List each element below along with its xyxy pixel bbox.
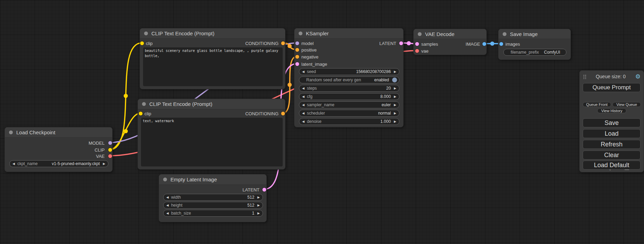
- increment-arrow-icon[interactable]: ▶: [394, 103, 396, 107]
- widget-name: ckpt_name: [17, 161, 38, 166]
- node-title-bar[interactable]: Save Image: [499, 29, 571, 39]
- node-title-bar[interactable]: Load Checkpoint: [5, 127, 112, 138]
- input-label-latent-image: latent_image: [301, 62, 327, 67]
- decrement-arrow-icon[interactable]: ◀: [302, 70, 305, 73]
- collapse-dot-icon[interactable]: [144, 31, 148, 35]
- decrement-arrow-icon[interactable]: ◀: [302, 95, 305, 98]
- decrement-arrow-icon[interactable]: ◀: [302, 103, 305, 107]
- node-clip-text-encode-positive[interactable]: CLIP Text Encode (Prompt) clip CONDITION…: [140, 28, 285, 89]
- node-title-bar[interactable]: CLIP Text Encode (Prompt): [138, 99, 285, 109]
- decrement-arrow-icon[interactable]: ◀: [12, 162, 15, 165]
- decrement-arrow-icon[interactable]: ◀: [166, 212, 169, 215]
- load-default-button[interactable]: Load Default: [583, 161, 641, 170]
- input-port-latent-image[interactable]: [295, 62, 299, 66]
- decrement-arrow-icon[interactable]: ◀: [302, 120, 305, 123]
- increment-arrow-icon[interactable]: ▶: [394, 70, 396, 73]
- node-title-bar[interactable]: CLIP Text Encode (Prompt): [140, 28, 285, 39]
- node-empty-latent-image[interactable]: Empty Latent Image LATENT ◀ width 512 ▶ …: [159, 174, 267, 222]
- widget-value: normal: [378, 111, 391, 116]
- prompt-textarea[interactable]: beautiful scenery nature glass bottle la…: [143, 47, 283, 86]
- input-port-images[interactable]: [500, 42, 503, 46]
- widget-name: filename_prefix: [511, 50, 539, 55]
- queue-front-button[interactable]: Queue Front: [583, 102, 611, 107]
- queue-prompt-button[interactable]: Queue Prompt: [583, 83, 641, 92]
- filename-prefix-widget[interactable]: filename_prefix ComfyUI: [503, 49, 566, 56]
- input-port-positive[interactable]: [295, 48, 299, 52]
- output-port-latent[interactable]: [263, 188, 266, 192]
- widget-name: Random seed after every gen: [306, 78, 361, 82]
- input-label-clip: clip: [146, 41, 153, 46]
- height-widget[interactable]: ◀ height 512 ▶: [163, 202, 263, 209]
- sampler-name-widget[interactable]: ◀ sampler_name euler ▶: [299, 101, 399, 108]
- cfg-widget[interactable]: ◀ cfg 8.000 ▶: [299, 93, 399, 100]
- node-load-checkpoint[interactable]: Load Checkpoint MODEL CLIP VAE ◀ ckpt_na…: [5, 127, 113, 172]
- increment-arrow-icon[interactable]: ▶: [394, 112, 396, 115]
- view-history-button[interactable]: View History: [597, 108, 626, 113]
- increment-arrow-icon[interactable]: ▶: [394, 87, 396, 90]
- node-ksampler[interactable]: KSampler model LATENT positive negative …: [294, 28, 404, 127]
- output-port-model[interactable]: [108, 141, 112, 145]
- scheduler-widget[interactable]: ◀ scheduler normal ▶: [299, 110, 399, 117]
- widget-value: 512: [247, 195, 254, 200]
- refresh-button[interactable]: Refresh: [583, 140, 641, 149]
- decrement-arrow-icon[interactable]: ◀: [302, 87, 305, 90]
- input-port-clip[interactable]: [140, 42, 144, 45]
- node-clip-text-encode-negative[interactable]: CLIP Text Encode (Prompt) clip CONDITION…: [138, 99, 285, 170]
- input-port-negative[interactable]: [295, 55, 299, 59]
- increment-arrow-icon[interactable]: ▶: [103, 162, 105, 165]
- prompt-textarea[interactable]: text, watermark: [141, 118, 283, 166]
- save-button[interactable]: Save: [583, 118, 641, 127]
- output-port-conditioning[interactable]: [281, 42, 285, 45]
- collapse-dot-icon[interactable]: [142, 102, 146, 106]
- gear-icon[interactable]: ⚙: [635, 74, 641, 80]
- wire-midpoint-dot: [124, 94, 128, 98]
- view-queue-button[interactable]: View Queue: [612, 102, 641, 107]
- input-port-vae[interactable]: [415, 49, 419, 53]
- output-port-vae[interactable]: [108, 154, 112, 158]
- node-vae-decode[interactable]: VAE Decode samples IMAGE vae: [413, 29, 487, 55]
- increment-arrow-icon[interactable]: ▶: [257, 212, 260, 215]
- node-title-bar[interactable]: VAE Decode: [414, 29, 486, 39]
- input-label-images: images: [505, 42, 520, 47]
- collapse-dot-icon[interactable]: [418, 32, 422, 36]
- denoise-widget[interactable]: ◀ denoise 1.000 ▶: [299, 118, 399, 125]
- steps-widget[interactable]: ◀ steps 20 ▶: [299, 85, 399, 92]
- batch-size-widget[interactable]: ◀ batch_size 1 ▶: [163, 210, 263, 217]
- output-port-latent[interactable]: [399, 42, 403, 45]
- decrement-arrow-icon[interactable]: ◀: [302, 112, 305, 115]
- queue-panel[interactable]: Queue size: 0 ⚙ Queue Prompt Extra optio…: [579, 70, 644, 172]
- decrement-arrow-icon[interactable]: ◀: [166, 196, 169, 199]
- collapse-dot-icon[interactable]: [163, 178, 167, 181]
- drag-handle-icon[interactable]: [583, 74, 586, 79]
- node-save-image[interactable]: Save Image images filename_prefix ComfyU…: [498, 29, 571, 60]
- decrement-arrow-icon[interactable]: ◀: [166, 204, 169, 207]
- widget-name: steps: [307, 86, 317, 91]
- node-title: KSampler: [306, 30, 329, 36]
- collapse-dot-icon[interactable]: [299, 31, 302, 35]
- toggle-on-icon[interactable]: [392, 78, 397, 82]
- input-label-model: model: [301, 41, 314, 46]
- increment-arrow-icon[interactable]: ▶: [394, 95, 396, 98]
- seed-widget[interactable]: ◀ seed 156680208700286 ▶: [299, 68, 399, 75]
- random-seed-toggle-widget[interactable]: Random seed after every gen enabled: [299, 76, 399, 83]
- increment-arrow-icon[interactable]: ▶: [257, 204, 260, 207]
- clear-button[interactable]: Clear: [583, 151, 641, 160]
- node-title-bar[interactable]: KSampler: [294, 28, 403, 39]
- collapse-dot-icon[interactable]: [503, 32, 506, 36]
- output-port-clip[interactable]: [108, 148, 112, 152]
- widget-name: cfg: [307, 94, 312, 99]
- output-port-conditioning[interactable]: [281, 112, 285, 116]
- node-canvas[interactable]: Load Checkpoint MODEL CLIP VAE ◀ ckpt_na…: [0, 0, 644, 244]
- ckpt-name-widget[interactable]: ◀ ckpt_name v1-5-pruned-emaonly.ckpt ▶: [9, 160, 108, 167]
- width-widget[interactable]: ◀ width 512 ▶: [163, 194, 263, 201]
- widget-name: width: [171, 195, 181, 200]
- output-port-image[interactable]: [483, 42, 486, 46]
- node-title-bar[interactable]: Empty Latent Image: [159, 174, 266, 185]
- load-button[interactable]: Load: [583, 129, 641, 138]
- collapse-dot-icon[interactable]: [9, 130, 13, 134]
- input-port-model[interactable]: [295, 42, 299, 45]
- input-port-samples[interactable]: [415, 42, 419, 46]
- increment-arrow-icon[interactable]: ▶: [394, 120, 396, 123]
- increment-arrow-icon[interactable]: ▶: [257, 196, 260, 199]
- input-port-clip[interactable]: [139, 112, 143, 116]
